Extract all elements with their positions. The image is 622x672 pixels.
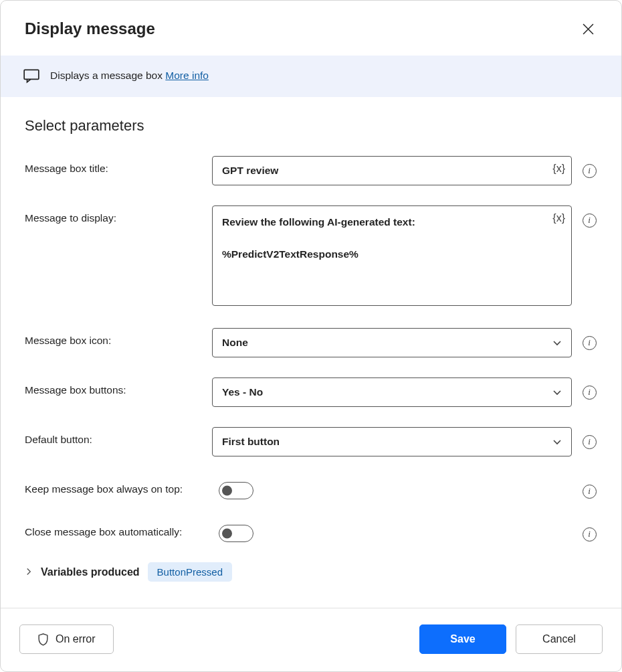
info-icon: i (583, 527, 597, 541)
info-banner-text: Displays a message box More info (50, 70, 209, 82)
dialog-title: Display message (25, 19, 155, 38)
info-icon: i (583, 435, 597, 449)
more-info-link[interactable]: More info (165, 70, 209, 81)
field-message-box-title: Message box title: {x} i (25, 156, 597, 185)
message-to-display-input[interactable] (212, 205, 572, 306)
variable-pill[interactable]: ButtonPressed (148, 562, 232, 582)
insert-variable-button[interactable]: {x} (552, 212, 565, 224)
field-label: Message to display: (25, 205, 212, 224)
info-icon: i (583, 164, 597, 178)
help-button[interactable]: i (581, 434, 597, 450)
on-error-label: On error (56, 633, 96, 645)
dialog-body: Select parameters Message box title: {x}… (1, 97, 621, 608)
display-message-dialog: Display message Displays a message box M… (0, 0, 622, 672)
field-label: Message box buttons: (25, 377, 212, 396)
help-button[interactable]: i (581, 212, 597, 228)
field-message-box-icon: Message box icon: None i (25, 328, 597, 357)
close-button[interactable] (577, 18, 599, 39)
field-message-to-display: Message to display: {x} i (25, 205, 597, 308)
toggle-knob (222, 529, 232, 539)
info-banner: Displays a message box More info (1, 56, 621, 97)
info-description: Displays a message box (50, 70, 165, 81)
info-icon: i (583, 485, 597, 499)
info-icon: i (583, 386, 597, 400)
message-box-icon-select[interactable]: None (212, 328, 572, 357)
variables-produced-row: Variables produced ButtonPressed (25, 562, 597, 582)
dialog-footer: On error Save Cancel (1, 608, 621, 671)
chevron-right-icon (25, 568, 33, 576)
message-box-title-input[interactable] (212, 156, 572, 185)
field-label: Keep message box always on top: (25, 477, 219, 495)
select-value: First button (222, 436, 280, 448)
field-default-button: Default button: First button i (25, 427, 597, 456)
help-button[interactable]: i (581, 163, 597, 179)
close-automatically-toggle[interactable] (219, 525, 253, 542)
field-label: Message box title: (25, 156, 212, 175)
help-button[interactable]: i (581, 384, 597, 400)
field-always-on-top: Keep message box always on top: i (25, 477, 597, 499)
section-title: Select parameters (25, 117, 597, 135)
info-icon: i (583, 336, 597, 350)
field-close-automatically: Close message box automatically: i (25, 519, 597, 542)
field-message-box-buttons: Message box buttons: Yes - No i (25, 377, 597, 407)
save-button[interactable]: Save (419, 624, 506, 654)
select-value: None (222, 337, 248, 349)
cancel-label: Cancel (542, 633, 576, 645)
svg-rect-2 (24, 70, 39, 79)
on-error-button[interactable]: On error (19, 624, 114, 654)
message-box-buttons-select[interactable]: Yes - No (212, 377, 572, 407)
footer-right: Save Cancel (419, 624, 603, 654)
close-icon (583, 23, 594, 35)
help-button[interactable]: i (581, 335, 597, 351)
save-label: Save (450, 633, 475, 645)
message-icon (22, 66, 41, 85)
toggle-knob (222, 486, 232, 496)
field-label: Message box icon: (25, 328, 212, 347)
variables-produced-label: Variables produced (41, 566, 140, 578)
cancel-button[interactable]: Cancel (516, 624, 603, 654)
field-label: Default button: (25, 427, 212, 446)
expand-variables-button[interactable] (25, 566, 33, 578)
insert-variable-button[interactable]: {x} (552, 163, 565, 175)
always-on-top-toggle[interactable] (219, 482, 253, 499)
help-button[interactable]: i (581, 483, 597, 499)
dialog-header: Display message (1, 1, 621, 56)
field-label: Close message box automatically: (25, 519, 219, 538)
info-icon: i (583, 214, 597, 228)
shield-icon (37, 633, 49, 646)
default-button-select[interactable]: First button (212, 427, 572, 456)
select-value: Yes - No (222, 386, 263, 398)
help-button[interactable]: i (581, 526, 597, 542)
